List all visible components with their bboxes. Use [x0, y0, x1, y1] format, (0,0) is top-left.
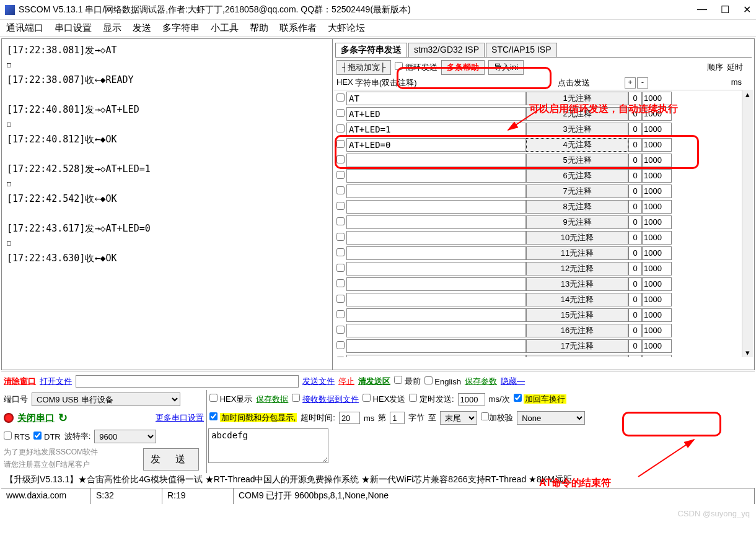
row-delay-input[interactable] [642, 123, 672, 136]
baud-select[interactable]: 9600 [94, 430, 156, 443]
row-delay-input[interactable] [642, 92, 672, 105]
row-command-input[interactable] [346, 92, 526, 105]
row-command-input[interactable] [346, 339, 526, 353]
menu-通讯端口[interactable]: 通讯端口 [6, 22, 43, 34]
row-send-button[interactable]: 1无注释 [526, 92, 628, 105]
row-command-input[interactable] [346, 123, 526, 136]
row-delay-input[interactable] [642, 324, 672, 337]
timeout-input[interactable] [339, 412, 360, 424]
row-delay-input[interactable] [642, 184, 672, 198]
row-command-input[interactable] [346, 154, 526, 167]
row-delay-input[interactable] [642, 262, 672, 276]
row-delay-input[interactable] [642, 355, 672, 358]
multi-help-button[interactable]: 多条帮助 [441, 60, 485, 75]
tab-0[interactable]: 多条字符串发送 [335, 43, 407, 57]
row-delay-input[interactable] [642, 215, 672, 229]
row-count-input[interactable] [628, 277, 642, 291]
row-send-button[interactable]: 11无注释 [526, 246, 628, 260]
row-hex-checkbox[interactable] [336, 202, 345, 210]
row-count-input[interactable] [628, 107, 642, 121]
check-type-select[interactable]: None [517, 411, 585, 425]
row-delay-input[interactable] [642, 246, 672, 260]
row-count-input[interactable] [628, 246, 642, 260]
english-checkbox[interactable]: English [424, 376, 461, 386]
row-hex-checkbox[interactable] [336, 341, 345, 349]
menu-大虾论坛[interactable]: 大虾论坛 [328, 22, 365, 34]
row-send-button[interactable]: 8无注释 [526, 200, 628, 214]
row-command-input[interactable] [346, 262, 526, 276]
send-button[interactable]: 发 送 [143, 448, 199, 471]
save-params-button[interactable]: 保存参数 [465, 376, 497, 387]
close-button[interactable]: ✕ [743, 4, 751, 15]
dtr-checkbox[interactable]: DTR [33, 432, 60, 441]
send-file-button[interactable]: 发送文件 [302, 376, 335, 387]
scroll-down-icon[interactable]: ▾ [745, 348, 750, 357]
row-count-input[interactable] [628, 339, 642, 353]
row-command-input[interactable] [346, 200, 526, 214]
recv-to-file-checkbox[interactable]: 接收数据到文件 [292, 394, 359, 405]
row-send-button[interactable]: 15无注释 [526, 308, 628, 322]
row-send-button[interactable]: 14无注释 [526, 293, 628, 306]
menu-联系作者[interactable]: 联系作者 [279, 22, 317, 34]
row-count-input[interactable] [628, 169, 642, 183]
row-count-input[interactable] [628, 308, 642, 322]
row-command-input[interactable] [346, 107, 526, 121]
row-delay-input[interactable] [642, 293, 672, 306]
row-hex-checkbox[interactable] [336, 233, 345, 241]
row-command-input[interactable] [346, 355, 526, 358]
row-send-button[interactable]: 18无注释 [526, 355, 628, 358]
row-send-button[interactable]: 16无注释 [526, 324, 628, 337]
row-delay-input[interactable] [642, 138, 672, 152]
row-send-button[interactable]: 3无注释 [526, 123, 628, 136]
row-send-button[interactable]: 5无注释 [526, 154, 628, 167]
maximize-button[interactable]: ☐ [721, 4, 729, 15]
end-select[interactable]: 末尾 [440, 411, 477, 425]
timed-send-checkbox[interactable]: 定时发送: [409, 394, 454, 405]
row-count-input[interactable] [628, 355, 642, 358]
menu-显示[interactable]: 显示 [103, 22, 121, 34]
row-hex-checkbox[interactable] [336, 217, 345, 225]
row-send-button[interactable]: 7无注释 [526, 184, 628, 198]
row-command-input[interactable] [346, 308, 526, 322]
row-count-input[interactable] [628, 262, 642, 276]
loop-send-checkbox[interactable]: 循环发送 [395, 62, 437, 73]
row-count-input[interactable] [628, 138, 642, 152]
add-check-checkbox[interactable]: 加校验 [481, 412, 513, 423]
row-count-input[interactable] [628, 293, 642, 306]
menu-帮助[interactable]: 帮助 [250, 22, 268, 34]
row-command-input[interactable] [346, 293, 526, 306]
scroll-up-icon[interactable]: ▴ [745, 90, 750, 99]
status-url[interactable]: www.daxia.com [1, 488, 91, 504]
topmost-checkbox[interactable]: 最前 [394, 376, 421, 387]
timestamp-checkbox[interactable]: 加时间戳和分包显示, [209, 412, 297, 423]
row-send-button[interactable]: 6无注释 [526, 169, 628, 183]
row-send-button[interactable]: 17无注释 [526, 339, 628, 353]
row-delay-input[interactable] [642, 339, 672, 353]
file-path-input[interactable] [76, 375, 299, 388]
crlf-checkbox[interactable]: 加回车换行 [514, 394, 567, 405]
drag-widen-button[interactable]: ┤拖动加宽├ [336, 60, 391, 75]
menu-多字符串[interactable]: 多字符串 [162, 22, 200, 34]
row-hex-checkbox[interactable] [336, 310, 345, 318]
row-hex-checkbox[interactable] [336, 93, 345, 102]
row-hex-checkbox[interactable] [336, 326, 345, 334]
row-hex-checkbox[interactable] [336, 264, 345, 272]
row-hex-checkbox[interactable] [336, 357, 345, 358]
row-delay-input[interactable] [642, 308, 672, 322]
row-send-button[interactable]: 13无注释 [526, 277, 628, 291]
row-hex-checkbox[interactable] [336, 140, 345, 148]
clear-window-button[interactable]: 清除窗口 [4, 376, 36, 387]
row-delay-input[interactable] [642, 231, 672, 245]
refresh-icon[interactable]: ↻ [58, 411, 68, 425]
rts-checkbox[interactable]: RTS [4, 432, 30, 441]
row-hex-checkbox[interactable] [336, 248, 345, 256]
row-command-input[interactable] [346, 246, 526, 260]
row-send-button[interactable]: 2无注释 [526, 107, 628, 121]
open-file-button[interactable]: 打开文件 [40, 376, 72, 387]
row-command-input[interactable] [346, 138, 526, 152]
row-send-button[interactable]: 4无注释 [526, 138, 628, 152]
row-count-input[interactable] [628, 123, 642, 136]
row-command-input[interactable] [346, 231, 526, 245]
row-command-input[interactable] [346, 215, 526, 229]
add-row-button[interactable]: + [625, 77, 636, 89]
